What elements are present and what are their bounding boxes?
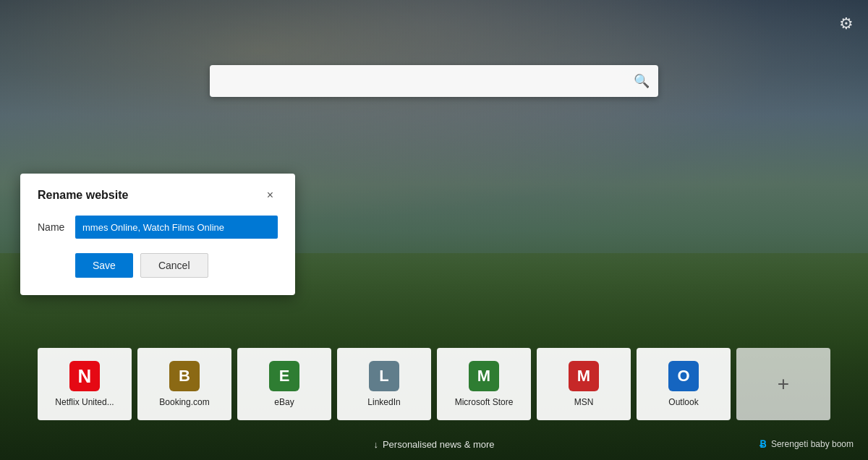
tile-booking-label: Booking.com: [159, 397, 209, 407]
tile-msn-label: MSN: [574, 397, 594, 407]
cancel-button[interactable]: Cancel: [140, 253, 208, 278]
news-label: Personalised news & more: [383, 439, 495, 450]
settings-button[interactable]: ⚙: [839, 14, 854, 33]
linkedin-icon: L: [369, 361, 399, 391]
tile-netflix-label: Netflix United...: [55, 397, 114, 407]
tile-netflix[interactable]: N Netflix United...: [38, 348, 132, 420]
bing-location-label: Serengeti baby boom: [771, 439, 854, 449]
field-label: Name: [38, 221, 67, 233]
tile-msn[interactable]: M MSN: [537, 348, 631, 420]
news-arrow-icon: ↓: [373, 439, 378, 450]
save-button[interactable]: Save: [75, 253, 133, 278]
gear-icon: ⚙: [839, 14, 854, 33]
msstore-icon: M: [469, 361, 499, 391]
tile-ebay-label: eBay: [274, 397, 294, 407]
add-icon: +: [778, 372, 789, 396]
name-input[interactable]: [75, 216, 278, 239]
tile-msstore[interactable]: M Microsoft Store: [437, 348, 531, 420]
tile-booking[interactable]: B Booking.com: [137, 348, 231, 420]
dialog-title: Rename website: [38, 189, 128, 202]
search-container: 🔍: [210, 65, 658, 97]
tile-outlook-label: Outlook: [668, 397, 698, 407]
dialog-header: Rename website ×: [38, 188, 278, 203]
tiles-container: N Netflix United... B Booking.com E eBay…: [38, 348, 830, 420]
outlook-icon: O: [668, 361, 699, 391]
bing-logo: Ƀ: [760, 438, 767, 450]
msn-icon: M: [569, 361, 599, 391]
tile-msstore-label: Microsoft Store: [455, 397, 514, 407]
search-icon: 🔍: [634, 74, 650, 88]
search-button[interactable]: 🔍: [628, 67, 655, 95]
booking-icon: B: [169, 361, 200, 391]
bing-info: Ƀ Serengeti baby boom: [760, 438, 854, 450]
news-link[interactable]: ↓ Personalised news & more: [373, 439, 494, 450]
ebay-icon: E: [269, 361, 299, 391]
tile-add[interactable]: +: [736, 348, 830, 420]
search-input[interactable]: [210, 65, 658, 97]
rename-dialog: Rename website × Name Save Cancel: [20, 174, 295, 295]
tile-outlook[interactable]: O Outlook: [637, 348, 731, 420]
dialog-actions: Save Cancel: [38, 253, 278, 278]
bottom-bar: ↓ Personalised news & more Ƀ Serengeti b…: [0, 428, 868, 460]
tile-linkedin-label: LinkedIn: [367, 397, 400, 407]
dialog-close-button[interactable]: ×: [263, 188, 278, 203]
dialog-field: Name: [38, 216, 278, 239]
tile-linkedin[interactable]: L LinkedIn: [337, 348, 431, 420]
tile-ebay[interactable]: E eBay: [237, 348, 331, 420]
netflix-icon: N: [69, 361, 100, 391]
